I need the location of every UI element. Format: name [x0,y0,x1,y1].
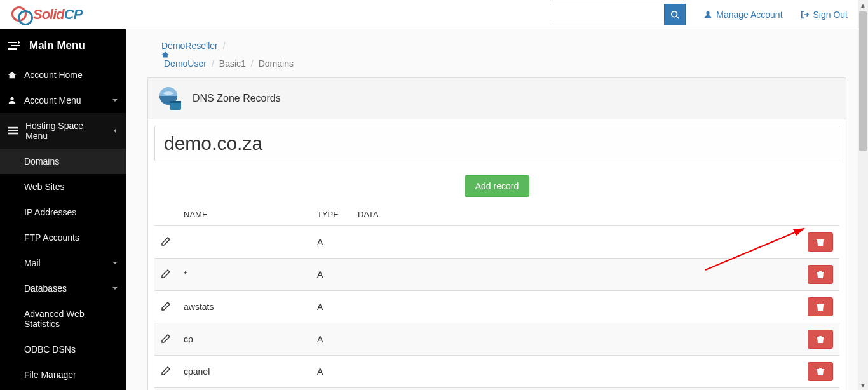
svg-rect-2 [8,127,18,129]
sidebar-item-hosting-space-menu[interactable]: Hosting Space Menu [0,113,126,149]
cell-data [351,226,801,259]
breadcrumb: DemoReseller/DemoUser/Basic1/Domains [126,29,868,77]
manage-account-label: Manage Account [716,10,782,20]
svg-rect-3 [8,130,18,131]
layers-icon [8,126,18,135]
globe-icon [156,84,184,112]
dns-panel: DNS Zone Records demo.co.za Add record N… [147,77,846,390]
table-row: A [154,226,839,259]
scroll-thumb[interactable] [859,11,867,151]
sign-out-link[interactable]: Sign Out [792,10,857,20]
domain-name-box: demo.co.za [154,126,839,161]
svg-line-1 [677,16,679,18]
cell-type: A [311,291,351,323]
sidebar-sub-ip-addresses[interactable]: IP Addresses [0,199,126,225]
breadcrumb-demoreseller[interactable]: DemoReseller [161,41,218,51]
breadcrumb-label: DemoUser [164,58,207,69]
cell-name: ftp [177,388,311,391]
sidebar-item-label: Domains [24,156,59,166]
sidebar-item-label: Mail [24,258,41,268]
cell-data [351,259,801,291]
delete-button[interactable] [808,265,833,284]
sidebar-item-label: File Manager [24,370,76,380]
signout-icon [801,10,810,19]
cell-type: A [311,323,351,356]
search-icon [670,10,679,19]
sidebar-item-account-menu[interactable]: Account Menu [0,88,126,113]
cell-name [177,226,311,259]
cell-data [351,356,801,388]
cell-type: A [311,259,351,291]
svg-rect-4 [8,133,18,135]
table-row: ftpA [154,388,839,391]
sidebar-sub-web-sites[interactable]: Web Sites [0,174,126,199]
cell-type: A [311,356,351,388]
home-icon [161,51,846,58]
table-row: awstatsA [154,291,839,323]
th-name: NAME [177,203,311,226]
edit-button[interactable] [161,333,171,344]
breadcrumb-label: DemoReseller [161,41,218,51]
scroll-up-icon[interactable]: ▲ [858,0,868,10]
th-type: TYPE [311,203,351,226]
sidebar-item-label: FTP Accounts [24,232,79,243]
cell-type: A [311,388,351,391]
manage-account-link[interactable]: Manage Account [695,10,791,20]
delete-button[interactable] [808,297,833,316]
sidebar-sub-odbc-dsns[interactable]: ODBC DSNs [0,337,126,362]
chevron-down-icon [112,97,118,104]
edit-button[interactable] [161,269,171,279]
vertical-scrollbar[interactable]: ▲ ▼ [858,0,868,390]
delete-button[interactable] [808,362,833,381]
search-button[interactable] [664,4,686,25]
sidebar-item-label: Hosting Space Menu [25,121,104,141]
chevron-left-icon [112,128,118,134]
svg-point-0 [672,11,677,17]
breadcrumb-basic1: Basic1 [219,58,246,69]
sidebar-sub-advanced-web-statistics[interactable]: Advanced Web Statistics [0,301,126,337]
delete-button[interactable] [808,232,833,252]
sidebar-sub-mail[interactable]: Mail [0,250,126,276]
cell-name: cpanel [177,356,311,388]
sidebar-item-label: IP Addresses [24,207,76,217]
cell-name: awstats [177,291,311,323]
sidebar-sub-domains[interactable]: Domains [0,149,126,174]
home-icon [8,71,17,79]
breadcrumb-label: Basic1 [219,58,246,69]
sidebar-item-account-home[interactable]: Account Home [0,62,126,88]
search-input[interactable] [550,4,664,25]
sidebar-title-label: Main Menu [29,39,85,52]
edit-button[interactable] [161,366,171,376]
delete-button[interactable] [808,330,833,349]
scroll-down-icon[interactable]: ▼ [858,380,868,390]
content: DemoReseller/DemoUser/Basic1/Domains DNS… [126,29,868,390]
sidebar-item-label: Account Menu [24,95,81,105]
sidebar-item-label: Databases [24,283,67,293]
sidebar-sub-file-manager[interactable]: File Manager [0,362,126,387]
sidebar-item-label: Account Home [24,70,83,80]
table-row: *A [154,259,839,291]
cell-type: A [311,226,351,259]
sidebar: Main Menu Account HomeAccount MenuHostin… [0,29,126,390]
add-record-button[interactable]: Add record [465,175,529,197]
records-table: NAME TYPE DATA A*AawstatsAcpAcpanelAftpA… [154,203,839,390]
cell-data [351,388,801,391]
svg-rect-7 [170,101,181,103]
brand-text-suffix: CP [64,6,83,23]
chevron-down-icon [112,285,118,292]
sidebar-sub-ftp-accounts[interactable]: FTP Accounts [0,225,126,250]
edit-button[interactable] [161,236,171,246]
sidebar-item-label: Advanced Web Statistics [24,309,118,329]
brand-mark-icon [11,6,31,23]
brand-logo[interactable]: SolidCP [11,6,82,23]
edit-button[interactable] [161,301,171,311]
cell-name: * [177,259,311,291]
cell-name: cp [177,323,311,356]
sign-out-label: Sign Out [813,10,848,20]
user-icon [703,10,712,19]
panel-header: DNS Zone Records [148,78,846,119]
cell-data [351,291,801,323]
sidebar-sub-databases[interactable]: Databases [0,276,126,301]
sidebar-item-label: Web Sites [24,182,65,192]
breadcrumb-domains: Domains [259,58,294,69]
